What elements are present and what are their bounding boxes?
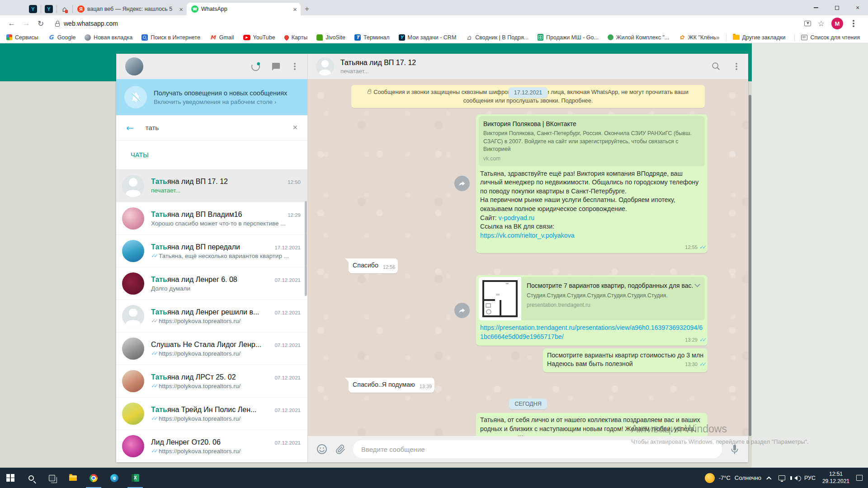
file-explorer-button[interactable]	[62, 468, 83, 488]
new-chat-icon[interactable]	[271, 61, 281, 72]
link-preview[interactable]: Посмотрите 7 вариантов квартир, подобран…	[479, 277, 705, 320]
message-incoming: Спасибо..Я подумаю 13:39	[349, 378, 708, 393]
tray-expand-icon[interactable]	[766, 476, 771, 481]
search-icon[interactable]	[711, 61, 721, 71]
start-button[interactable]	[0, 468, 21, 488]
sidebar-scrollbar[interactable]	[305, 201, 307, 296]
tab-close-icon[interactable]: ×	[293, 6, 297, 13]
bookmark-google[interactable]: GGoogle	[47, 34, 75, 41]
bookmarks-list: СервисыGGoogleНовая вкладкаПоиск в Интер…	[6, 34, 716, 41]
chat-list-item[interactable]: Татьяна лид Ленрег 6. 08 07.12.2021 Долг…	[116, 267, 307, 300]
bookmark-jivo[interactable]: JivoSite	[316, 34, 345, 41]
clock[interactable]: 12:51 29.12.2021	[822, 471, 849, 485]
message-input[interactable]	[353, 440, 722, 458]
weather-widget[interactable]: -7°C Солнечно	[705, 473, 761, 483]
reload-button[interactable]: ↻	[34, 17, 47, 30]
bookmark-home2[interactable]: ⌂Сводник | В Подря...	[465, 34, 528, 41]
emoji-icon[interactable]	[316, 443, 328, 455]
minimize-button[interactable]	[806, 0, 826, 15]
profile-avatar[interactable]	[125, 57, 143, 75]
page-scrollbar[interactable]	[748, 43, 752, 468]
bookmark-green1[interactable]: Жилой Комплекс "...	[608, 34, 669, 41]
other-bookmarks-button[interactable]: Другие закладки	[733, 34, 786, 41]
scrollbar-thumb[interactable]	[749, 95, 751, 436]
tab-whatsapp[interactable]: ☎ WhatsApp ×	[187, 3, 301, 15]
forward-button[interactable]: →	[20, 17, 33, 30]
banner-subtitle[interactable]: Включить уведомления на рабочем столе ›	[154, 99, 287, 105]
chat-list-item[interactable]: Слушать Не Стала Лидог Ленр... 07.12.202…	[116, 332, 307, 365]
bookmark-maps[interactable]: Карты	[284, 34, 308, 41]
bookmark-label: Жилой Комплекс "...	[616, 34, 669, 41]
taskbar-search-button[interactable]	[21, 468, 42, 488]
back-arrow-icon[interactable]: ←	[126, 122, 134, 133]
banner-title: Получать оповещения о новых сообщениях	[154, 89, 287, 97]
chat-list-item[interactable]: Лид Ленрег От20. 06 07.12.2021 https://p…	[116, 430, 307, 462]
bookmarks-overflow-icon[interactable]: »	[716, 34, 720, 41]
chat-list-item[interactable]: Татьяна лид ВП Владим16 12:29 Хорошо спа…	[116, 202, 307, 235]
bookmark-star-icon[interactable]: ☆	[818, 19, 825, 28]
floorplan-thumbnail	[479, 277, 521, 320]
forward-icon[interactable]	[454, 176, 470, 191]
bookmark-websearch[interactable]: Поиск в Интернете	[142, 34, 200, 41]
bookmark-gmail[interactable]: MGmail	[209, 34, 234, 41]
browser-profile-avatar[interactable]: M	[831, 18, 843, 29]
chat-list-item[interactable]: Татьяна лид Ленрег решили в... 07.12.202…	[116, 300, 307, 332]
pinned-tab-yandex-1[interactable]: Y	[25, 3, 41, 15]
edge-button[interactable]	[104, 468, 125, 488]
link-preview[interactable]: Виктория Полякова | ВКонтакте Виктория П…	[479, 116, 705, 166]
link[interactable]: v-podryad.ru	[499, 214, 535, 221]
new-tab-button[interactable]: +	[301, 3, 313, 15]
link[interactable]: https://presentation.trendagent.ru/prese…	[480, 324, 703, 340]
mic-icon[interactable]	[729, 444, 740, 455]
bookmark-ytask[interactable]: YМои задачи - CRM	[399, 34, 457, 41]
display-tray-icon[interactable]	[778, 475, 785, 480]
pinned-tab-home[interactable]: ⌂	[57, 3, 72, 15]
tab-close-icon[interactable]: ×	[179, 6, 183, 13]
excel-button[interactable]	[125, 468, 146, 488]
chat-list-item[interactable]: Татьяна Трейд Ин Полис Лен... 07.12.2021…	[116, 397, 307, 430]
sidebar-menu-icon[interactable]	[294, 66, 296, 67]
clear-search-icon[interactable]: ×	[292, 123, 297, 132]
message-text: Спасибо	[353, 262, 378, 269]
chat-header[interactable]: Татьяна лид ВП 17. 12 печатает...	[308, 54, 748, 79]
address-bar[interactable]: web.whatsapp.com	[49, 17, 802, 30]
chat-list-item[interactable]: Татьяна лид ВП передали 17.12.2021 Татья…	[116, 235, 307, 267]
chat-list-item[interactable]: Татьяна лид ЛРСт 25. 02 07.12.2021 https…	[116, 365, 307, 397]
attach-icon[interactable]	[335, 444, 346, 455]
avatar	[122, 435, 144, 457]
sidebar-header	[116, 54, 307, 79]
bookmark-label: Поиск в Интернете	[151, 34, 200, 41]
notifications-banner[interactable]: Получать оповещения о новых сообщениях В…	[116, 79, 307, 115]
forward-icon[interactable]	[454, 303, 470, 318]
message-outgoing: Виктория Полякова | ВКонтакте Виктория П…	[349, 114, 708, 253]
bookmark-grid[interactable]: Сервисы	[6, 34, 38, 41]
language-indicator[interactable]: РУС	[804, 475, 816, 481]
maximize-button[interactable]	[826, 0, 847, 15]
bookmark-sheets[interactable]: Продажи МШ - Go...	[538, 34, 599, 41]
chat-last-message: https://polykova.toprealtors.ru/	[151, 448, 301, 455]
chat-avatar[interactable]	[316, 57, 334, 75]
browser-menu-icon[interactable]	[853, 23, 854, 24]
back-button[interactable]: ←	[5, 17, 18, 30]
link[interactable]: https://vk.com/rieltor_v.polyakova	[480, 232, 575, 239]
volume-icon[interactable]	[792, 476, 797, 480]
search-input[interactable]	[146, 124, 293, 131]
task-view-button[interactable]	[42, 468, 62, 488]
message-meta: 12:55	[685, 244, 705, 251]
bookmark-globe[interactable]: Новая вкладка	[85, 34, 132, 41]
tab-yandex-search[interactable]: Я вацап веб — Яндекс: нашлось 5 ×	[73, 3, 187, 15]
whatsapp-favicon-icon: ☎	[191, 5, 198, 13]
reading-list-button[interactable]: Список для чтения	[801, 34, 860, 41]
status-icon[interactable]	[250, 61, 261, 72]
bookmark-terminal[interactable]: TТерминал	[354, 34, 390, 41]
chat-list-item[interactable]: Татьяна лид ВП 17. 12 12:50 печатает...	[116, 169, 307, 202]
weather-condition: Солнечно	[735, 474, 761, 481]
chrome-button[interactable]	[83, 468, 104, 488]
bookmark-youtube[interactable]: ▶YouTube	[243, 34, 275, 41]
bookmark-kleny[interactable]: ✿ЖК "Клёны" - гото...	[678, 34, 716, 41]
action-center-icon[interactable]	[856, 475, 863, 481]
pinned-tab-yandex-2[interactable]: Y	[41, 3, 57, 15]
chat-menu-icon[interactable]	[736, 66, 737, 67]
share-icon[interactable]	[804, 21, 811, 26]
close-window-button[interactable]: ×	[847, 0, 868, 15]
